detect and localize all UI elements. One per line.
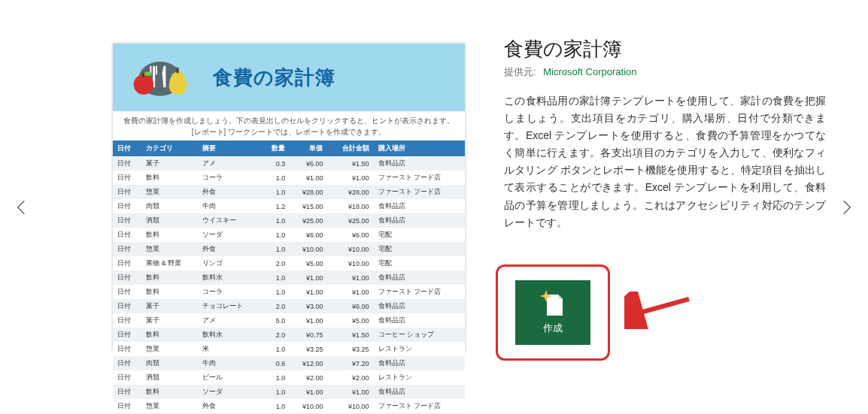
table-cell: ファースト フード店 [374,399,466,413]
table-row: 日付飲料ソーダ1.0¥1.00¥1.00食料品店 [113,385,465,399]
template-name: 食費の家計簿 [504,36,826,62]
table-cell: 食料品店 [374,156,466,171]
table-cell: 日付 [113,199,141,213]
table-row: 日付惣菜外食1.0¥28.00¥28.00ファースト フード店 [113,185,465,199]
table-cell: ¥1.00 [327,171,373,185]
table-cell: ¥5.00 [290,256,327,270]
instruction-text-2: [レポート] ワークシートでは、レポートを作成できます。 [116,127,462,138]
table-cell: ¥5.00 [327,313,373,328]
table-cell: ¥10.00 [327,242,373,256]
table-cell: 1.0 [261,228,290,242]
table-row: 日付惣菜外食1.0¥10.00¥10.00ファースト フード店 [113,399,465,413]
table-cell: 惣菜 [141,342,198,356]
preview-data-table: 日付 カテゴリ 摘要 数量 単価 合計金額 購入場所 日付菓子アメ0.3¥6.0… [113,141,465,414]
table-cell: 外食 [198,242,261,256]
table-cell: 飲料水 [198,328,261,342]
template-details: 食費の家計簿 提供元: Microsoft Corporation この食料品用… [504,36,826,231]
table-cell: 食料品店 [374,199,466,213]
table-cell: ¥10.00 [327,399,373,413]
new-document-icon [540,290,566,317]
table-row: 日付飲料コーラ1.0¥1.00¥1.00ファースト フード店 [113,285,465,299]
table-cell: 食料品店 [374,299,466,313]
svg-line-12 [635,299,689,314]
table-cell: 5.0 [261,313,290,328]
table-cell: アメ [198,313,261,328]
col-qty: 数量 [261,141,290,156]
table-cell: 日付 [113,285,141,299]
table-cell: 食料品店 [374,385,466,399]
col-place: 購入場所 [374,141,466,156]
table-cell: 日付 [113,313,141,328]
table-cell: ¥3.25 [290,342,327,356]
table-cell: 酒類 [141,213,198,228]
table-row: 日付菓子アメ5.0¥1.00¥5.00食料品店 [113,313,465,328]
table-cell: ¥1.00 [290,285,327,299]
table-cell: ソーダ [198,228,261,242]
table-row: 日付菓子チョコレート2.0¥3.00¥6.00食料品店 [113,299,465,313]
table-cell: 飲料水 [198,270,261,285]
table-cell: ¥1.50 [327,156,373,171]
preview-header: 食費の家計簿 [113,44,465,111]
table-cell: リンゴ [198,256,261,270]
table-cell: ¥1.00 [327,385,373,399]
table-cell: 米 [198,342,261,356]
table-cell: 日付 [113,228,141,242]
table-cell: コーヒー ショップ [374,328,466,342]
table-cell: ¥10.00 [327,256,373,270]
table-cell: 日付 [113,356,141,370]
annotation-highlight: 作成 [496,264,610,361]
col-date: 日付 [113,141,141,156]
table-cell: 1.0 [261,399,290,413]
table-cell: 2.0 [261,299,290,313]
table-cell: ¥10.00 [290,242,327,256]
create-button[interactable]: 作成 [515,280,590,345]
table-cell: 日付 [113,299,141,313]
table-cell: ビール [198,370,261,385]
table-row: 日付菓子アメ0.3¥6.00¥1.50食料品店 [113,156,465,171]
table-cell: ¥28.00 [290,185,327,199]
table-cell: 宅配 [374,242,466,256]
table-row: 日付惣菜米1.0¥3.25¥3.25レストラン [113,342,465,356]
chevron-left-icon [11,198,31,217]
table-cell: ¥1.50 [327,328,373,342]
table-row: 日付飲料飲料水1.0¥1.00¥1.00食料品店 [113,270,465,285]
table-cell: ¥3.00 [290,299,327,313]
chevron-right-icon [837,198,857,217]
template-preview: 食費の家計簿 食費の家計簿を作成しましょう。下の表見出しのセルをクリックすると、… [113,44,465,353]
col-desc: 摘要 [198,141,261,156]
table-cell: 日付 [113,242,141,256]
table-cell: 果物 & 野菜 [141,256,198,270]
table-cell: 飲料 [141,171,198,185]
table-cell: 1.0 [261,270,290,285]
table-cell: 1.0 [261,285,290,299]
table-cell: 日付 [113,171,141,185]
table-row: 日付惣菜外食1.0¥10.00¥10.00宅配 [113,242,465,256]
table-row: 日付果物 & 野菜リンゴ2.0¥5.00¥10.00宅配 [113,256,465,270]
table-cell: ¥18.00 [327,199,373,213]
table-cell: 外食 [198,185,261,199]
table-cell: ¥10.00 [290,399,327,413]
table-cell: 食料品店 [374,213,466,228]
table-cell: 日付 [113,185,141,199]
previous-template-button[interactable] [11,197,32,218]
table-cell: 飲料 [141,328,198,342]
table-cell: コーラ [198,171,261,185]
table-cell: ファースト フード店 [374,285,466,299]
table-cell: 惣菜 [141,242,198,256]
table-cell: 1.0 [261,342,290,356]
table-row: 日付肉類牛肉0.6¥12.00¥7.20食料品店 [113,356,465,370]
table-cell: ¥1.00 [290,270,327,285]
table-cell: 牛肉 [198,356,261,370]
table-cell: ¥25.00 [327,213,373,228]
publisher-line: 提供元: Microsoft Corporation [504,65,826,79]
table-cell: 外食 [198,399,261,413]
table-cell: 日付 [113,385,141,399]
svg-rect-3 [156,66,157,74]
table-cell: ¥6.00 [327,228,373,242]
table-row: 日付飲料ソーダ1.0¥6.00¥6.00宅配 [113,228,465,242]
table-row: 日付肉類牛肉1.2¥15.00¥18.00食料品店 [113,199,465,213]
table-cell: 2.0 [261,256,290,270]
next-template-button[interactable] [836,197,857,218]
table-cell: レストラン [374,370,466,385]
svg-point-4 [134,74,154,95]
